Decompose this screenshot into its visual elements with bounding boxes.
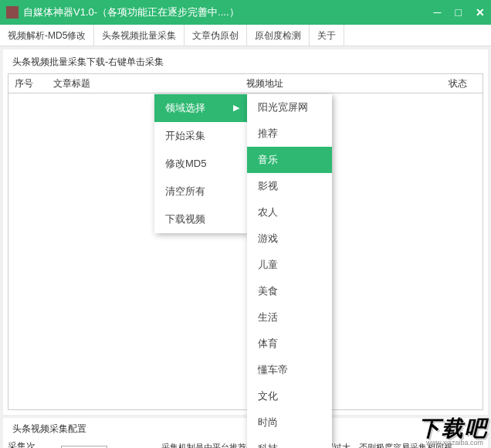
- col-title[interactable]: 文章标题: [47, 77, 240, 90]
- tab-article-rewrite[interactable]: 文章伪原创: [185, 25, 247, 46]
- app-icon: [6, 6, 19, 19]
- col-url[interactable]: 视频地址: [240, 77, 433, 90]
- submenu-domain: 阳光宽屏网推荐音乐影视农人游戏儿童美食生活体育懂车帝文化时尚科技广场舞: [247, 94, 332, 448]
- context-item-3[interactable]: 清空所有: [154, 178, 247, 205]
- submenu-item-0[interactable]: 阳光宽屏网: [247, 94, 332, 120]
- submenu-item-7[interactable]: 美食: [247, 278, 332, 304]
- watermark-url: www.xiazaiba.com: [426, 439, 483, 446]
- close-button[interactable]: ✕: [476, 6, 485, 19]
- minimize-button[interactable]: ─: [434, 6, 442, 19]
- submenu-item-6[interactable]: 儿童: [247, 252, 332, 278]
- submenu-item-8[interactable]: 生活: [247, 304, 332, 331]
- chevron-right-icon: ▶: [233, 103, 239, 113]
- group-collect-label: 头条视频批量采集下载-右键单击采集: [8, 54, 483, 70]
- submenu-item-3[interactable]: 影视: [247, 173, 332, 199]
- col-seq[interactable]: 序号: [8, 77, 47, 90]
- count-label: 采集次数：: [8, 440, 53, 448]
- table-header: 序号 文章标题 视频地址 状态: [8, 73, 483, 93]
- maximize-button[interactable]: □: [455, 6, 462, 19]
- submenu-item-4[interactable]: 农人: [247, 199, 332, 226]
- bottom-group-label: 头条视频采集配置: [8, 421, 483, 437]
- tab-toutiao-collect[interactable]: 头条视频批量采集: [94, 25, 185, 46]
- submenu-item-10[interactable]: 懂车帝: [247, 357, 332, 383]
- submenu-item-9[interactable]: 体育: [247, 331, 332, 357]
- submenu-item-13[interactable]: 科技: [247, 436, 332, 448]
- bottom-config: 头条视频采集配置 采集次数： 采集机制是由平台推荐采集 采集次数请勿设置过大。否…: [3, 418, 488, 448]
- submenu-item-2[interactable]: 音乐: [247, 147, 332, 173]
- context-item-0[interactable]: 领域选择▶: [154, 94, 247, 122]
- submenu-item-5[interactable]: 游戏: [247, 226, 332, 252]
- context-menu: 领域选择▶开始采集修改MD5清空所有下载视频: [154, 94, 247, 233]
- submenu-item-12[interactable]: 时尚: [247, 409, 332, 436]
- tab-about[interactable]: 关于: [310, 25, 344, 46]
- submenu-item-1[interactable]: 推荐: [247, 120, 332, 147]
- window-controls: ─ □ ✕: [434, 6, 485, 19]
- window-title: 自媒体神器V1.0-（各项功能正在逐步完善中....）: [23, 5, 434, 19]
- context-item-1[interactable]: 开始采集: [154, 122, 247, 150]
- tab-bar: 视频解析-MD5修改 头条视频批量采集 文章伪原创 原创度检测 关于: [0, 25, 491, 46]
- context-item-2[interactable]: 修改MD5: [154, 150, 247, 178]
- submenu-item-11[interactable]: 文化: [247, 383, 332, 409]
- tab-video-md5[interactable]: 视频解析-MD5修改: [0, 25, 94, 46]
- context-item-4[interactable]: 下载视频: [154, 205, 247, 233]
- titlebar: 自媒体神器V1.0-（各项功能正在逐步完善中....） ─ □ ✕: [0, 0, 491, 25]
- col-status[interactable]: 状态: [433, 77, 483, 90]
- tab-originality-check[interactable]: 原创度检测: [247, 25, 310, 46]
